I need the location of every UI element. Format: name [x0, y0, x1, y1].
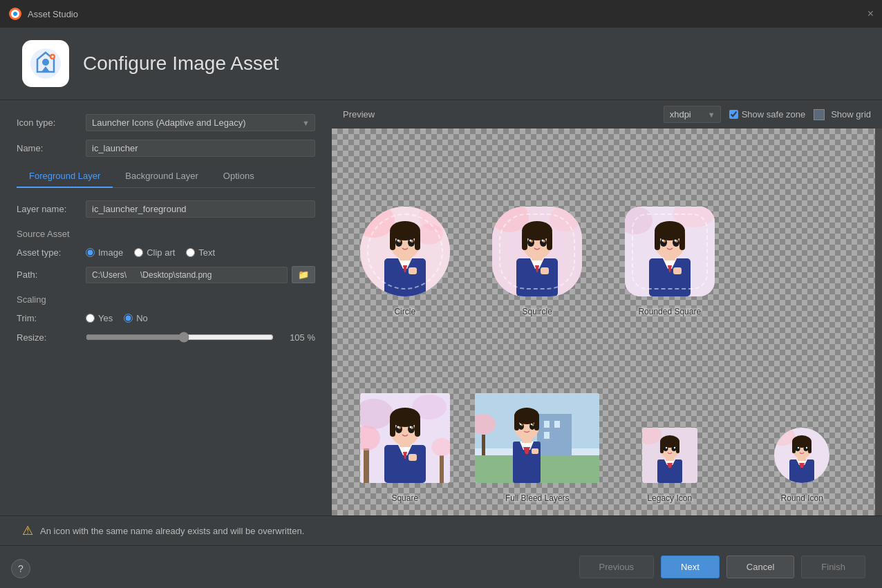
circle-anime-svg	[360, 207, 450, 296]
finish-button[interactable]: Finish	[801, 556, 865, 578]
previous-button[interactable]: Previous	[579, 556, 655, 578]
trim-no-label[interactable]: No	[124, 313, 148, 323]
rounded-icon-shape	[625, 207, 715, 296]
svg-point-82	[409, 426, 411, 428]
density-select-wrap: xhdpi ldpi mdpi hdpi xxhdpi xxxhdpi ▼	[664, 106, 721, 123]
svg-rect-88	[554, 421, 560, 428]
preview-scrollbar[interactable]	[875, 129, 882, 515]
trim-yes-label[interactable]: Yes	[86, 313, 113, 323]
preview-icon-rounded	[621, 203, 718, 300]
show-safe-zone-label[interactable]: Show safe zone	[729, 109, 806, 120]
svg-point-41	[529, 240, 532, 242]
tab-options[interactable]: Options	[211, 165, 267, 188]
header-area: Configure Image Asset	[0, 28, 882, 100]
svg-rect-83	[409, 454, 417, 461]
header-icon	[22, 40, 69, 87]
name-input[interactable]	[86, 140, 315, 157]
preview-label: Preview	[343, 109, 375, 120]
round-label: Round Icon	[781, 493, 823, 503]
resize-slider[interactable]	[86, 332, 274, 343]
legacy-icon-shape	[642, 428, 697, 483]
svg-point-78	[408, 425, 415, 433]
svg-point-106	[531, 424, 532, 425]
svg-point-24	[409, 240, 411, 242]
rounded-label: Rounded Square	[638, 307, 701, 316]
resize-label: Resize:	[17, 332, 79, 343]
asset-type-text-text: Text	[198, 247, 215, 258]
icon-type-select-wrap: Launcher Icons (Adaptive and Legacy) ▼	[86, 114, 315, 131]
path-input-group: 📁	[86, 266, 315, 283]
name-row: Name:	[17, 140, 315, 157]
svg-rect-36	[547, 231, 552, 250]
svg-point-20	[408, 238, 415, 247]
resize-value: 105 %	[281, 332, 315, 343]
asset-type-image-text: Image	[98, 247, 123, 258]
circle-icon-shape	[360, 207, 450, 296]
scaling-section: Scaling	[17, 292, 315, 305]
title-bar: Asset Studio ×	[0, 0, 882, 28]
rounded-anime-svg	[625, 207, 715, 296]
source-asset-title: Source Asset	[17, 229, 315, 239]
asset-type-text-radio[interactable]	[186, 248, 195, 257]
svg-point-19	[395, 238, 402, 247]
asset-type-text-label[interactable]: Text	[186, 247, 215, 258]
browse-button[interactable]: 📁	[292, 266, 315, 283]
asset-type-clipart-label[interactable]: Clip art	[134, 247, 175, 258]
tab-background[interactable]: Background Layer	[113, 165, 211, 188]
round-icon-shape	[774, 428, 829, 483]
trim-radio-group: Yes No	[86, 313, 148, 323]
tabs: Foreground Layer Background Layer Option…	[17, 165, 315, 188]
asset-type-image-label[interactable]: Image	[86, 247, 123, 258]
path-label: Path:	[17, 269, 79, 280]
layer-name-input[interactable]	[86, 200, 315, 218]
asset-type-image-radio[interactable]	[86, 248, 95, 257]
svg-rect-100	[534, 415, 539, 430]
svg-point-56	[673, 238, 679, 247]
asset-type-radio-group: Image Clip art Text	[86, 247, 215, 258]
asset-type-row: Asset type: Image Clip art Text	[17, 247, 315, 258]
svg-point-119	[671, 446, 676, 451]
svg-point-4	[42, 59, 49, 66]
preview-area-wrapper: Circle	[332, 129, 882, 515]
svg-rect-54	[679, 231, 685, 250]
density-select[interactable]: xhdpi ldpi mdpi hdpi xxhdpi xxxhdpi	[664, 106, 721, 123]
squircle-label: Squircle	[523, 307, 552, 316]
path-row: Path: 📁	[17, 266, 315, 283]
svg-rect-43	[541, 267, 549, 274]
next-button[interactable]: Next	[661, 556, 720, 578]
icon-type-select[interactable]: Launcher Icons (Adaptive and Legacy)	[86, 114, 315, 131]
svg-rect-116	[660, 442, 664, 453]
trim-yes-text: Yes	[98, 313, 113, 323]
preview-grid: Circle	[332, 129, 875, 515]
page-title: Configure Image Asset	[83, 53, 279, 75]
show-grid-text: Show grid	[831, 109, 871, 120]
cancel-button[interactable]: Cancel	[726, 556, 794, 578]
left-panel: Icon type: Launcher Icons (Adaptive and …	[0, 100, 332, 515]
tab-foreground[interactable]: Foreground Layer	[17, 165, 113, 188]
fullbleed-label: Full Bleed Layers	[505, 493, 570, 503]
close-button[interactable]: ×	[867, 8, 874, 20]
square-icon-shape	[360, 393, 450, 483]
preview-cell-circle: Circle	[339, 135, 471, 322]
trim-no-text: No	[136, 313, 148, 323]
show-grid-label[interactable]: Show grid	[814, 109, 871, 120]
fullbleed-anime-svg	[475, 393, 599, 483]
circle-label: Circle	[394, 307, 415, 316]
warning-icon: ⚠	[22, 523, 33, 538]
trim-yes-radio[interactable]	[86, 314, 95, 323]
path-input[interactable]	[86, 267, 288, 283]
help-button[interactable]: ?	[11, 559, 30, 578]
preview-cell-empty	[736, 135, 869, 322]
square-label: Square	[391, 493, 418, 503]
svg-rect-87	[544, 421, 550, 428]
square-anime-svg	[360, 393, 450, 483]
asset-studio-logo	[29, 47, 62, 80]
svg-rect-17	[390, 231, 395, 250]
show-safe-zone-checkbox[interactable]	[729, 110, 738, 119]
svg-rect-53	[655, 231, 660, 250]
trim-no-radio[interactable]	[124, 314, 133, 323]
svg-point-60	[674, 240, 676, 242]
window-title: Asset Studio	[28, 9, 78, 19]
asset-type-clipart-radio[interactable]	[134, 248, 143, 257]
svg-rect-35	[522, 231, 527, 250]
